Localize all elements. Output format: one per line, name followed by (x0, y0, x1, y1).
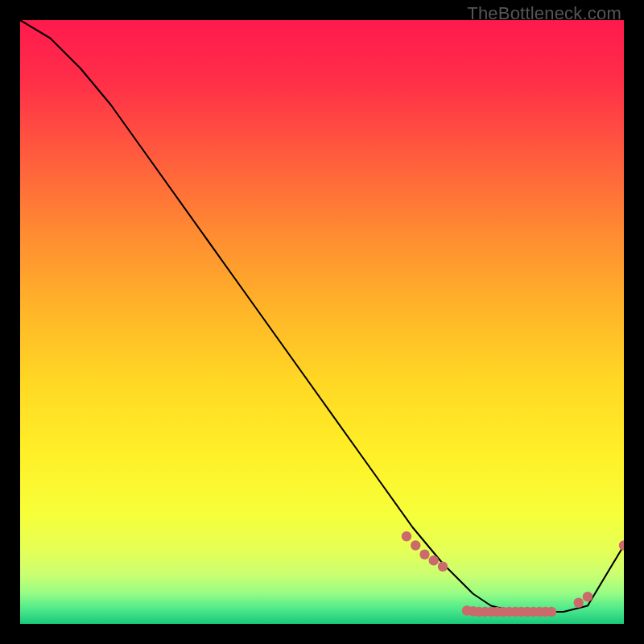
chart-plot-area (20, 20, 624, 624)
data-point (583, 592, 592, 601)
chart-frame: TheBottleneck.com (0, 0, 644, 644)
gradient-background (20, 20, 624, 624)
chart-svg (20, 20, 624, 624)
data-point (574, 598, 584, 608)
data-point (438, 562, 448, 572)
data-point (547, 607, 556, 617)
data-point (419, 550, 429, 559)
data-point (402, 531, 411, 541)
data-point (429, 555, 439, 565)
data-point (411, 540, 420, 550)
